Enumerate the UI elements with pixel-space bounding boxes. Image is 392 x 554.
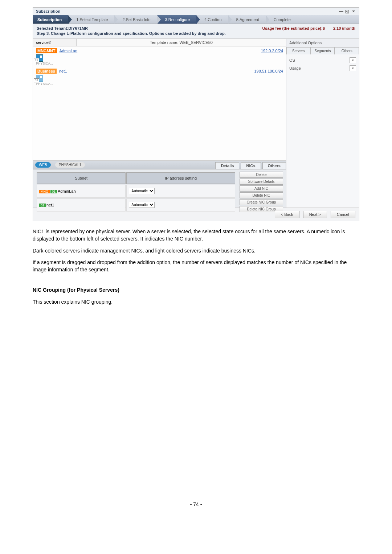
doc-paragraph: If a segment is dragged and dropped from… <box>33 259 359 274</box>
doc-paragraph: NIC1 is represented by one physical serv… <box>33 228 359 243</box>
os-select[interactable]: ▾ <box>350 57 356 63</box>
breadcrumb-step-3[interactable]: 3.Reconfigure <box>157 15 197 24</box>
step-instruction: Step 3. Change L-Platform configuration … <box>33 31 359 39</box>
next-button[interactable]: Next > <box>303 211 327 218</box>
segment-mngmnt[interactable]: MNGMNT AdminLan 192.0.2.0/24 01 PHYSICA.… <box>36 49 283 65</box>
segment-subnet[interactable]: 198.51.100.0/24 <box>254 69 283 73</box>
tab-others[interactable]: Others <box>262 162 286 169</box>
fee-label: Usage fee (the estimated price):$ <box>262 26 324 30</box>
subnet-table: Subnet IP address setting MNG01AdminLan … <box>36 172 236 212</box>
nic-badge: 01 <box>34 58 39 62</box>
create-nic-group-button[interactable]: Create NIC Group <box>240 199 283 205</box>
col-subnet: Subnet <box>37 172 126 184</box>
tenant-value: DIY671MR <box>68 26 88 30</box>
fee-value: 2.10 /month <box>333 26 355 30</box>
table-row[interactable]: 02net1 Automatic <box>37 198 235 212</box>
server-icon[interactable]: 01 PHYSICA... <box>36 54 50 65</box>
segment-link[interactable]: AdminLan <box>60 49 78 53</box>
breadcrumb: Subscription 1.Select Template 2.Set Bas… <box>33 15 359 24</box>
service-name[interactable]: service2 <box>33 39 77 46</box>
close-icon[interactable]: × <box>351 9 356 14</box>
segment-link[interactable]: net1 <box>59 69 67 73</box>
minimize-icon[interactable]: — <box>339 9 344 14</box>
breadcrumb-step-5[interactable]: 5.Agreement <box>228 15 266 24</box>
segment-business[interactable]: Business net1 198.51.100.0/24 02 PHYSICA… <box>36 69 283 86</box>
ip-mode-select[interactable]: Automatic <box>129 188 155 194</box>
side-tab-servers[interactable]: Servers <box>286 47 311 54</box>
physical-label: PHYSICA... <box>36 82 50 86</box>
cancel-button[interactable]: Cancel <box>331 211 355 218</box>
additional-options-panel: Additional Options Servers Segments Othe… <box>286 39 359 208</box>
badge-num: 01 <box>50 190 57 193</box>
side-row-usage-label: Usage <box>289 66 301 70</box>
tab-details[interactable]: Details <box>215 162 239 169</box>
badge-mng: MNG <box>39 190 50 193</box>
nic-badge: 02 <box>34 78 39 82</box>
delete-button[interactable]: Delete <box>240 172 283 178</box>
breadcrumb-step-4[interactable]: 4.Confirm <box>196 15 228 24</box>
software-details-button[interactable]: Software Details <box>240 178 283 185</box>
doc-paragraph: This section explains NIC grouping. <box>33 298 359 305</box>
pill-web: WEB <box>35 162 51 168</box>
physical-label: PHYSICA... <box>36 62 50 65</box>
canvas-area: service2 Template name: WEB_SERVICE50 MN… <box>33 39 286 208</box>
document-body: NIC1 is represented by one physical serv… <box>0 221 392 305</box>
col-ip: IP address setting <box>126 172 235 184</box>
side-tab-others[interactable]: Others <box>335 47 359 54</box>
row-name: AdminLan <box>58 189 76 193</box>
window-title: Subscription <box>36 9 60 13</box>
app-window: Subscription — ◱ × Subscription 1.Select… <box>33 7 359 221</box>
tenant-label: Selected Tenant: <box>37 26 68 30</box>
segment-tag: Business <box>36 69 57 74</box>
breadcrumb-root: Subscription <box>33 15 68 24</box>
table-row[interactable]: MNG01AdminLan Automatic <box>37 185 235 198</box>
template-name: Template name: WEB_SERVICE50 <box>77 39 286 46</box>
badge-num: 02 <box>39 204 46 207</box>
segment-subnet[interactable]: 192.0.2.0/24 <box>261 49 283 53</box>
breadcrumb-step-1[interactable]: 1.Select Template <box>68 15 114 24</box>
segment-tag: MNGMNT <box>36 48 57 53</box>
topology-canvas[interactable]: MNGMNT AdminLan 192.0.2.0/24 01 PHYSICA.… <box>33 46 286 160</box>
page-number: - 74 - <box>0 501 392 507</box>
restore-icon[interactable]: ◱ <box>345 9 350 14</box>
server-icon[interactable]: 02 PHYSICA... <box>36 75 50 86</box>
side-title: Additional Options <box>286 39 359 47</box>
details-panel: WEB PHYSHICAL1 Details NICs Others Subne… <box>33 160 286 208</box>
delete-nic-button[interactable]: Delete NIC <box>240 192 283 198</box>
breadcrumb-step-2[interactable]: 2.Set Basic Info <box>114 15 157 24</box>
usage-select[interactable]: ▾ <box>350 65 356 71</box>
ip-mode-select[interactable]: Automatic <box>129 202 155 208</box>
action-list: Delete Software Details Add NIC Delete N… <box>240 172 283 212</box>
row-name: net1 <box>46 203 54 207</box>
pill-physical: PHYSHICAL1 <box>55 162 85 168</box>
back-button[interactable]: < Back <box>275 211 299 218</box>
add-nic-button[interactable]: Add NIC <box>240 185 283 192</box>
titlebar: Subscription — ◱ × <box>33 8 359 15</box>
tab-nics[interactable]: NICs <box>241 162 261 169</box>
breadcrumb-step-6[interactable]: Complete <box>266 15 297 24</box>
tenant-bar: Selected Tenant:DIY671MR Usage fee (the … <box>33 24 359 31</box>
side-tab-segments[interactable]: Segments <box>311 47 335 54</box>
side-row-os-label: OS <box>289 58 295 62</box>
doc-paragraph: Dark-colored servers indicate management… <box>33 247 359 254</box>
doc-heading: NIC Grouping (for Physical Servers) <box>33 286 359 294</box>
